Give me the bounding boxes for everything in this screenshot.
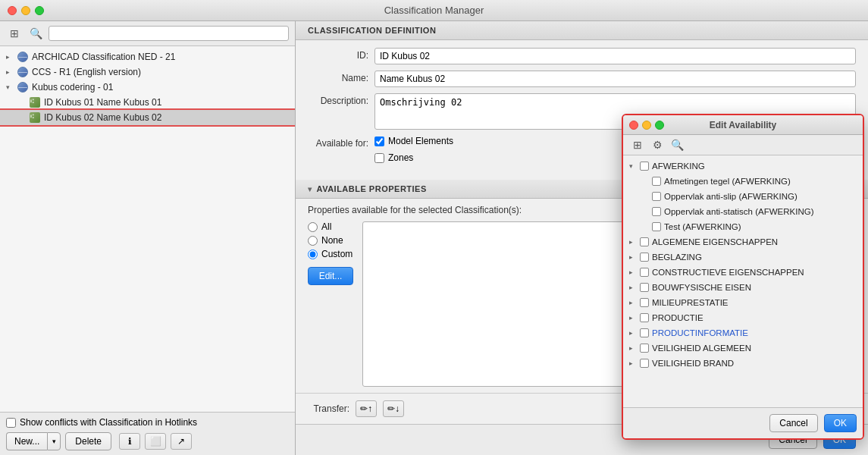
chevron-icon: ▸: [629, 344, 637, 352]
available-properties-title: AVAILABLE PROPERTIES: [317, 184, 427, 193]
new-button[interactable]: New...: [6, 432, 47, 450]
tree-item[interactable]: CCS - R1 (English version): [0, 64, 295, 80]
tree-item-label: VEILIGHEID ALGEMEEN: [652, 344, 751, 353]
tree-item-label: Oppervlak anti-statisch (AFWERKING): [664, 207, 813, 216]
tree-checkbox[interactable]: [640, 313, 649, 322]
tree-item-label: Test (AFWERKING): [664, 222, 741, 231]
globe-icon: [17, 66, 29, 78]
tree-item[interactable]: Test (AFWERKING): [623, 219, 863, 234]
chevron-icon: [641, 177, 649, 185]
tree-checkbox[interactable]: [652, 222, 661, 231]
classification-definition-title: CLASSIFICATION DEFINITION: [308, 26, 436, 35]
name-input[interactable]: [374, 71, 856, 87]
edit-button[interactable]: Edit...: [308, 267, 353, 285]
tree-item[interactable]: ▸ PRODUCTINFORMATIE: [623, 325, 863, 340]
tree-checkbox[interactable]: [652, 192, 661, 201]
id-input[interactable]: [374, 48, 856, 64]
search-input[interactable]: [49, 26, 289, 41]
new-button-group: New... ▾: [6, 432, 61, 450]
available-for-label: Available for:: [308, 136, 368, 149]
model-elements-checkbox[interactable]: [374, 136, 384, 146]
overlay-bottom-bar: Cancel OK: [623, 407, 863, 438]
chevron-icon: ▸: [629, 253, 637, 261]
overlay-search-icon[interactable]: 🔍: [669, 138, 685, 152]
overlay-close-button[interactable]: [629, 121, 638, 130]
tree-item[interactable]: ▸ BOUWFYSISCHE EISEN: [623, 280, 863, 295]
overlay-grid-icon[interactable]: ⊞: [629, 138, 646, 152]
search-icon[interactable]: 🔍: [27, 27, 44, 40]
tree-checkbox[interactable]: [640, 283, 649, 292]
option-custom-label: Custom: [321, 249, 353, 259]
tree-item-label: PRODUCTINFORMATIE: [652, 328, 748, 337]
export-button[interactable]: ↗: [171, 433, 192, 450]
tree-item[interactable]: ▸ PRODUCTIE: [623, 310, 863, 325]
chevron-icon: ▸: [629, 268, 637, 276]
chevron-icon: ▾: [629, 162, 637, 170]
info-button[interactable]: ℹ: [119, 433, 140, 450]
option-none-radio[interactable]: [308, 236, 318, 246]
tree-item[interactable]: ARCHICAD Classification NED - 21: [0, 49, 295, 64]
overlay-filter-icon[interactable]: ⚙: [649, 138, 666, 152]
close-button[interactable]: [8, 6, 17, 15]
grid-icon[interactable]: ⊞: [6, 27, 23, 40]
tree-checkbox[interactable]: [640, 344, 649, 353]
overlay-ok-button[interactable]: OK: [824, 414, 857, 432]
tree-item-label: ALGEMENE EIGENSCHAPPEN: [652, 237, 778, 246]
overlay-toolbar: ⊞ ⚙ 🔍: [623, 135, 863, 155]
model-elements-label: Model Elements: [388, 136, 453, 146]
overlay-minimize-button[interactable]: [642, 121, 651, 130]
tree-item-selected[interactable]: ID Kubus 02 Name Kubus 02: [0, 110, 295, 125]
chevron-icon: ▸: [629, 314, 637, 322]
id-label: ID:: [308, 48, 368, 61]
tree-item[interactable]: ▸ ALGEMENE EIGENSCHAPPEN: [623, 234, 863, 249]
chevron-icon: ▸: [629, 238, 637, 246]
tree-item[interactable]: Afmetingen tegel (AFWERKING): [623, 174, 863, 189]
leaf-icon: [29, 96, 41, 108]
tree-item[interactable]: ▾ AFWERKING: [623, 158, 863, 174]
tree-checkbox[interactable]: [652, 207, 661, 216]
overlay-maximize-button[interactable]: [655, 121, 664, 130]
tree-item[interactable]: ▸ BEGLAZING: [623, 249, 863, 265]
tree-checkbox[interactable]: [640, 162, 649, 171]
tree-checkbox[interactable]: [640, 237, 649, 246]
tree-item-label: VEILIGHEID BRAND: [652, 359, 734, 368]
delete-button[interactable]: Delete: [65, 432, 111, 450]
zones-row: Zones: [374, 152, 453, 163]
new-dropdown-arrow[interactable]: ▾: [47, 432, 61, 450]
tree-checkbox[interactable]: [640, 253, 649, 262]
copy-button[interactable]: ⬜: [145, 433, 166, 450]
option-custom-radio[interactable]: [308, 249, 318, 259]
tree-item[interactable]: Kubus codering - 01: [0, 80, 295, 95]
tree-checkbox[interactable]: [652, 177, 661, 186]
tree-item[interactable]: Oppervlak anti-slip (AFWERKING): [623, 189, 863, 204]
classification-definition-header: CLASSIFICATION DEFINITION: [296, 21, 868, 40]
tree-item[interactable]: ▸ VEILIGHEID BRAND: [623, 356, 863, 371]
tree-checkbox[interactable]: [640, 328, 649, 337]
tree-item-label: ID Kubus 02 Name Kubus 02: [44, 112, 161, 123]
maximize-button[interactable]: [35, 6, 44, 15]
tree-item[interactable]: ID Kubus 01 Name Kubus 01: [0, 95, 295, 110]
zones-label: Zones: [388, 152, 413, 163]
option-all-radio[interactable]: [308, 222, 318, 232]
tree-item[interactable]: ▸ VEILIGHEID ALGEMEEN: [623, 340, 863, 356]
tree-checkbox[interactable]: [640, 268, 649, 277]
chevron-icon: ▸: [629, 299, 637, 306]
minimize-button[interactable]: [21, 6, 30, 15]
transfer-left-button[interactable]: ✏↑: [356, 400, 377, 417]
tree-item-label: Afmetingen tegel (AFWERKING): [664, 177, 791, 186]
classification-tree: ARCHICAD Classification NED - 21 CCS - R…: [0, 46, 295, 412]
tree-item-label: Kubus codering - 01: [32, 82, 113, 93]
show-conflicts-checkbox[interactable]: [6, 418, 16, 428]
option-all-label: All: [321, 221, 331, 232]
tree-item[interactable]: ▸ MILIEUPRESTATIE: [623, 295, 863, 310]
transfer-right-button[interactable]: ✏↓: [383, 400, 404, 417]
overlay-cancel-button[interactable]: Cancel: [769, 414, 817, 432]
id-row: ID:: [308, 48, 856, 64]
zones-checkbox[interactable]: [374, 153, 384, 163]
tree-checkbox[interactable]: [640, 359, 649, 368]
edit-availability-dialog: Edit Availability ⊞ ⚙ 🔍 ▾ AFWERKING Afme…: [622, 114, 864, 440]
tree-item[interactable]: ▸ CONSTRUCTIEVE EIGENSCHAPPEN: [623, 265, 863, 280]
tree-item[interactable]: Oppervlak anti-statisch (AFWERKING): [623, 204, 863, 219]
left-bottom-buttons: New... ▾ Delete ℹ ⬜ ↗: [6, 432, 289, 450]
tree-checkbox[interactable]: [640, 298, 649, 307]
